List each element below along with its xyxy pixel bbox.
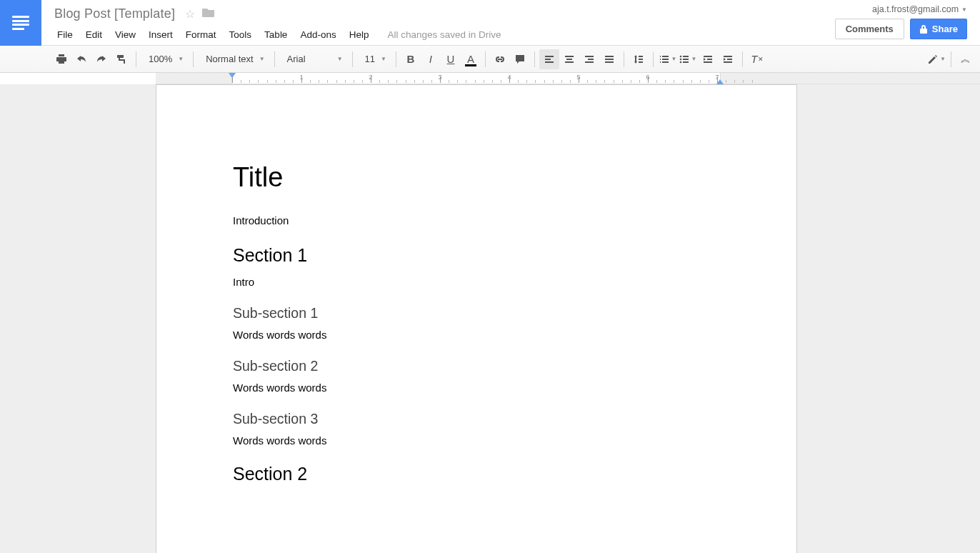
style-value: Normal text [206, 54, 253, 64]
hide-menus-icon[interactable]: ︽ [956, 49, 976, 69]
subsection-body[interactable]: Words words words [233, 329, 720, 341]
svg-point-1 [680, 58, 682, 60]
decrease-indent-icon[interactable] [698, 49, 718, 69]
paragraph-style-dropdown[interactable]: Normal text▼ [198, 50, 269, 69]
menu-help[interactable]: Help [344, 26, 375, 43]
account-email: aja.t.frost@gmail.com [872, 4, 959, 14]
underline-button[interactable]: U [441, 49, 461, 69]
chevron-down-icon: ▼ [961, 6, 967, 13]
doc-title-h1[interactable]: Title [233, 162, 720, 193]
subsection-heading[interactable]: Sub-section 3 [233, 411, 720, 427]
size-value: 11 [365, 54, 375, 64]
paint-format-icon[interactable] [111, 49, 131, 69]
folder-icon[interactable] [202, 7, 215, 21]
bold-button[interactable]: B [401, 49, 421, 69]
subsection-heading[interactable]: Sub-section 2 [233, 358, 720, 374]
font-value: Arial [287, 54, 306, 64]
text-color-button[interactable]: A [461, 49, 481, 69]
align-center-icon[interactable] [559, 49, 579, 69]
italic-button[interactable]: I [421, 49, 441, 69]
right-indent-marker[interactable] [716, 79, 724, 84]
menu-addons[interactable]: Add-ons [294, 26, 341, 43]
header-right: aja.t.frost@gmail.com ▼ Comments Share [835, 0, 980, 45]
zoom-dropdown[interactable]: 100%▼ [141, 50, 189, 69]
app-bar: Blog Post [Template] ☆ File Edit View In… [0, 0, 980, 46]
subsection-body[interactable]: Words words words [233, 382, 720, 394]
numbered-list-icon[interactable]: ▼ [658, 49, 678, 69]
editing-mode-icon[interactable]: ▼ [926, 49, 946, 69]
toolbar: 100%▼ Normal text▼ Arial▼ 11▼ B I U A ▼ … [0, 46, 980, 73]
section-heading[interactable]: Section 2 [233, 464, 720, 484]
document-title[interactable]: Blog Post [Template] [51, 5, 178, 23]
left-indent-marker[interactable] [229, 73, 236, 78]
star-icon[interactable]: ☆ [185, 7, 195, 21]
svg-point-0 [680, 55, 682, 57]
subsection-body[interactable]: Words words words [233, 434, 720, 447]
menu-format[interactable]: Format [180, 26, 222, 43]
zoom-value: 100% [149, 54, 172, 64]
menu-file[interactable]: File [51, 26, 79, 43]
section-heading[interactable]: Section 1 [233, 245, 720, 266]
title-area: Blog Post [Template] ☆ File Edit View In… [41, 0, 835, 45]
align-left-icon[interactable] [539, 49, 559, 69]
menu-view[interactable]: View [109, 26, 141, 43]
clear-formatting-icon[interactable]: T✕ [747, 49, 767, 69]
bulleted-list-icon[interactable]: ▼ [678, 49, 698, 69]
horizontal-ruler[interactable]: 1234567 [0, 73, 980, 84]
document-page[interactable]: Title Introduction Section 1 Intro Sub-s… [156, 84, 797, 553]
menu-insert[interactable]: Insert [143, 26, 179, 43]
insert-comment-icon[interactable] [510, 49, 530, 69]
account-menu[interactable]: aja.t.frost@gmail.com ▼ [872, 4, 967, 14]
undo-icon[interactable] [71, 49, 91, 69]
font-size-dropdown[interactable]: 11▼ [357, 50, 391, 69]
share-label: Share [932, 24, 958, 34]
doc-intro[interactable]: Introduction [233, 214, 720, 226]
docs-logo[interactable] [0, 0, 41, 46]
share-button[interactable]: Share [910, 19, 967, 39]
print-icon[interactable] [51, 49, 71, 69]
docs-logo-icon [12, 16, 29, 30]
comments-button[interactable]: Comments [835, 19, 904, 39]
line-spacing-icon[interactable] [629, 49, 649, 69]
align-justify-icon[interactable] [599, 49, 619, 69]
lock-icon [919, 24, 928, 34]
svg-point-2 [680, 61, 682, 63]
increase-indent-icon[interactable] [718, 49, 738, 69]
section-intro[interactable]: Intro [233, 276, 720, 288]
menu-tools[interactable]: Tools [224, 26, 258, 43]
redo-icon[interactable] [91, 49, 111, 69]
subsection-heading[interactable]: Sub-section 1 [233, 305, 720, 322]
insert-link-icon[interactable] [490, 49, 510, 69]
menu-bar: File Edit View Insert Format Tools Table… [51, 24, 828, 45]
document-canvas[interactable]: Title Introduction Section 1 Intro Sub-s… [0, 84, 980, 553]
align-right-icon[interactable] [579, 49, 599, 69]
menu-table[interactable]: Table [259, 26, 293, 43]
save-status: All changes saved in Drive [387, 29, 501, 40]
menu-edit[interactable]: Edit [80, 26, 108, 43]
font-family-dropdown[interactable]: Arial▼ [279, 50, 348, 69]
